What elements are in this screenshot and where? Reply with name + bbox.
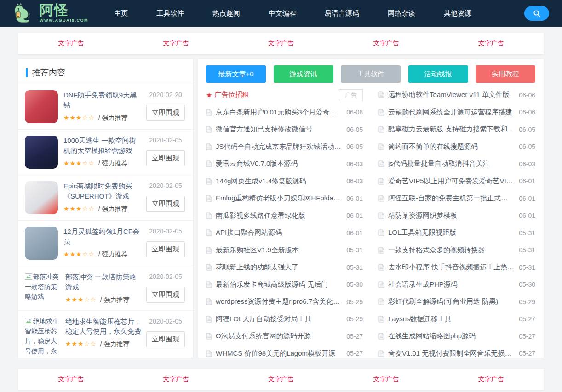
article-row[interactable]: API接口聚合网站源码 06-01 (206, 224, 363, 242)
text-ad-link[interactable]: 文字广告 (123, 40, 228, 48)
article-row[interactable]: 爱奇艺VIP5以上用户可免费发爱奇艺VIP红包 06-01 (378, 173, 535, 190)
article-title[interactable]: 彩虹代刷全解源码(可商业用途 防黑) (388, 297, 514, 306)
article-title[interactable]: JS代码全自动完成京东品牌狂欢城活动任务 (216, 142, 342, 151)
view-now-button[interactable]: 立即围观 (146, 331, 185, 347)
recommended-item[interactable]: Epic商城限时免费购买《SUPERHOT》游戏 ★★★☆☆ / 强力推荐 20… (18, 175, 193, 221)
article-title[interactable]: API接口聚合网站源码 (216, 228, 342, 237)
article-row[interactable]: 花呗新上线的功能太强大了 05-31 (206, 259, 363, 276)
nav-item[interactable]: 网络杂谈 (388, 9, 415, 18)
article-row[interactable]: 最新伯乐发卡商城高级版源码 无后门 05-30 (206, 276, 363, 294)
article-title[interactable]: Emlog重构精仿老版小刀娱乐网HFoldao模... (216, 194, 342, 203)
article-title[interactable]: 社会语录生成PHP源码 (388, 280, 514, 289)
nav-item[interactable]: 中文编程 (269, 9, 296, 18)
article-row[interactable]: 社会语录生成PHP源码 05-30 (378, 276, 535, 294)
article-title[interactable]: 远程协助软件TeamViewer v11 单文件版 (388, 91, 514, 99)
article-title[interactable]: 阿狸LOL大厅自动接受对局工具 (216, 315, 342, 324)
text-ad-link[interactable]: 文字广告 (333, 40, 438, 48)
article-title[interactable]: 144g网页生成v1.4修复版源码 (216, 177, 342, 186)
article-title[interactable]: 音友V1.01 无视付费限制全网音乐无损免费... (388, 349, 514, 358)
article-row[interactable]: 阿狸LOL大厅自动接受对局工具 05-29 (206, 311, 363, 328)
site-logo[interactable]: 阿怪 WWW.AGUAI8.COM (13, 2, 88, 24)
article-row[interactable]: 音友V1.01 无视付费限制全网音乐无损免费... 05-27 (378, 345, 535, 358)
article-row[interactable]: 144g网页生成v1.4修复版源码 06-03 (206, 173, 363, 190)
article-title[interactable]: DNF助手免费领取9天黑钻 (63, 90, 142, 110)
article-row[interactable]: 在线生成网站缩略图php源码 05-27 (378, 328, 535, 345)
article-row[interactable]: 阿怪互联-自家的免费主机第一批正式开启 06-01 (378, 190, 535, 207)
text-ad-link[interactable]: 文字广告 (18, 375, 123, 384)
article-row[interactable]: LOL工具箱无限视距版 05-31 (378, 224, 535, 242)
filter-button[interactable]: 游戏资讯 (274, 65, 333, 83)
article-row[interactable]: 南瓜影视多线路任意看绿化版 06-01 (206, 207, 363, 225)
filter-button[interactable]: 活动线报 (408, 65, 468, 83)
nav-item[interactable]: 其他资源 (444, 9, 471, 18)
article-title[interactable]: 爱讯云商城V0.7.0版本源码 (216, 159, 342, 168)
article-title[interactable]: 最新伯乐发卡商城高级版源码 无后门 (216, 280, 342, 289)
view-now-button[interactable]: 立即围观 (146, 287, 185, 303)
article-row[interactable]: O泡易支付系统官网的源码开源 05-27 (206, 328, 363, 345)
nav-item[interactable]: 工具软件 (156, 9, 184, 18)
article-title[interactable]: wordpress资源付费主题ripro6.7含美化包... (216, 297, 342, 306)
article-title[interactable]: 简约而不简单的在线搜题源码 (388, 142, 514, 151)
article-row[interactable]: 远程协助软件TeamViewer v11 单文件版 06-06 (378, 86, 535, 104)
filter-button[interactable]: 实用教程 (476, 65, 535, 83)
ad-slot-row[interactable]: ★ 广告位招租 广告 (206, 86, 363, 104)
recommended-item[interactable]: 1000天逃生 一款空间街机的太空模拟经营游戏 ★★★☆☆ / 强力推荐 202… (18, 130, 193, 175)
article-title[interactable]: 绝地求生智能压枪芯片，稳定大号使用，永久免费 (65, 317, 142, 337)
recommended-item[interactable]: 部落冲突 一款塔防策略游戏 部落冲突 一款塔防策略游戏 ★★★☆☆ / 强力推荐… (18, 266, 193, 311)
text-ad-link[interactable]: 文字广告 (439, 375, 544, 384)
article-title[interactable]: LOL工具箱无限视距版 (388, 228, 514, 237)
article-title[interactable]: 部落冲突 一款塔防策略游戏 (65, 272, 142, 292)
recommended-item[interactable]: DNF助手免费领取9天黑钻 ★★★☆☆ / 强力推荐 2020-02-20 立即… (18, 84, 193, 130)
article-title[interactable]: 1000天逃生 一款空间街机的太空模拟经营游戏 (63, 136, 142, 156)
article-title[interactable]: 12月灵狐签约领1月CF会员 (63, 227, 142, 247)
article-title[interactable]: 爱奇艺VIP5以上用户可免费发爱奇艺VIP红包 (388, 177, 514, 186)
article-title[interactable]: 去水印小程序 快手抖音视频搬运工上热门... (388, 263, 514, 272)
text-ad-link[interactable]: 文字广告 (439, 40, 544, 48)
article-title[interactable]: js代码批量批量自动取消抖音关注 (388, 159, 514, 168)
article-title[interactable]: 南瓜影视多线路任意看绿化版 (216, 211, 342, 220)
article-row[interactable]: 简约而不简单的在线搜题源码 06-05 (378, 138, 535, 156)
article-title[interactable]: 在线生成网站缩略图php源码 (388, 332, 514, 341)
nav-item[interactable]: 热点趣闻 (212, 9, 240, 18)
article-title[interactable]: 京东白条新用户0.01元购买3个月爱奇艺黄... (216, 108, 342, 117)
article-title[interactable]: 精防某资源网织梦模板 (388, 211, 514, 220)
filter-button[interactable]: 最新文章+0 (206, 65, 266, 83)
article-title[interactable]: 花呗新上线的功能太强大了 (216, 263, 342, 272)
article-title[interactable]: 一款支持格式众多的视频转换器 (388, 246, 514, 255)
article-title[interactable]: 酷享磁力云最新版 支持磁力搜索下载和一... (388, 125, 514, 134)
article-row[interactable]: 爱讯云商城V0.7.0版本源码 06-03 (206, 155, 363, 173)
ad-slot-title[interactable]: 广告位招租 (214, 91, 334, 99)
article-title[interactable]: 最新乐购社区V1.9全新版本 (216, 246, 342, 255)
article-title[interactable]: WHMCS 价值98美元的Lagom模板开源 (216, 349, 342, 358)
article-row[interactable]: 云铺购代刷网系统全开源可运营程序搭建 06-06 (378, 104, 535, 121)
article-title[interactable]: O泡易支付系统官网的源码开源 (216, 332, 342, 341)
article-row[interactable]: 去水印小程序 快手抖音视频搬运工上热门... 05-31 (378, 259, 535, 276)
recommended-item[interactable]: 绝地求生智能压枪芯片，稳定大号使用，永久免费 绝地求生智能压枪芯片，稳定大号使用… (18, 311, 193, 358)
nav-item[interactable]: 易语言源码 (325, 9, 359, 18)
article-title[interactable]: 阿怪互联-自家的免费主机第一批正式开启 (388, 194, 514, 203)
view-now-button[interactable]: 立即围观 (146, 150, 185, 166)
text-ad-link[interactable]: 文字广告 (229, 375, 333, 384)
article-row[interactable]: 精防某资源网织梦模板 06-01 (378, 207, 535, 225)
article-row[interactable]: WHMCS 价值98美元的Lagom模板开源 05-27 (206, 345, 363, 358)
view-now-button[interactable]: 立即围观 (146, 105, 185, 121)
article-title[interactable]: 云铺购代刷网系统全开源可运营程序搭建 (388, 108, 514, 117)
recommended-item[interactable]: 12月灵狐签约领1月CF会员 ★★★☆☆ / 强力推荐 2020-02-05 立… (18, 221, 193, 266)
article-row[interactable]: 最新乐购社区V1.9全新版本 05-31 (206, 242, 363, 259)
article-row[interactable]: 微信官方通知已支持修改微信号 06-05 (206, 121, 363, 138)
article-row[interactable]: 彩虹代刷全解源码(可商业用途 防黑) 05-29 (378, 293, 535, 311)
article-title[interactable]: Epic商城限时免费购买《SUPERHOT》游戏 (63, 181, 142, 201)
article-row[interactable]: 酷享磁力云最新版 支持磁力搜索下载和一... 06-05 (378, 121, 535, 138)
search-button[interactable] (524, 6, 549, 21)
article-row[interactable]: wordpress资源付费主题ripro6.7含美化包... 05-29 (206, 293, 363, 311)
article-title[interactable]: Laysns数据迁移工具 (388, 315, 514, 324)
text-ad-link[interactable]: 文字广告 (333, 375, 438, 384)
article-row[interactable]: JS代码全自动完成京东品牌狂欢城活动任务 06-05 (206, 138, 363, 156)
view-now-button[interactable]: 立即围观 (146, 241, 185, 257)
article-row[interactable]: Emlog重构精仿老版小刀娱乐网HFoldao模... 06-01 (206, 190, 363, 207)
article-row[interactable]: 京东白条新用户0.01元购买3个月爱奇艺黄... 06-06 (206, 104, 363, 121)
text-ad-link[interactable]: 文字广告 (123, 375, 228, 384)
article-row[interactable]: 一款支持格式众多的视频转换器 05-31 (378, 242, 535, 259)
nav-item[interactable]: 主页 (114, 9, 128, 18)
filter-button[interactable]: 工具软件 (341, 65, 401, 83)
